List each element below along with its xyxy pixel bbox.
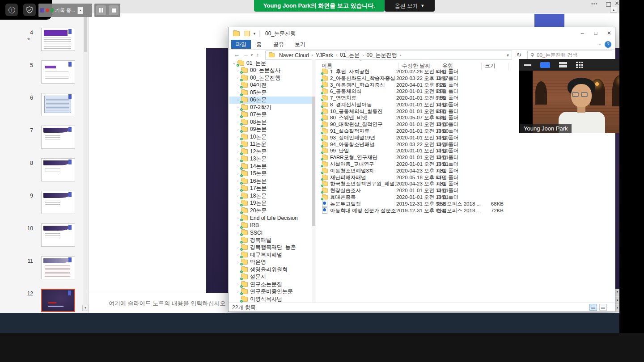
up-icon[interactable]: ↑ [256,51,259,58]
tree-item[interactable]: ›✓IRB [229,222,312,229]
ribbon-expand-icon[interactable]: ⌄ [598,41,602,46]
tree-item[interactable]: ›✓SSCI [229,229,312,237]
thumbnail-scrollbar[interactable] [83,14,88,305]
help-icon[interactable]: ? [605,41,611,48]
details-view-icon[interactable] [589,304,597,311]
file-row[interactable]: ✓현장실습조사2020-01-01 오전 10:01파일 폴더 [316,187,614,194]
tree-scrollbar-thumb[interactable] [312,97,315,226]
tree-item[interactable]: ›✓대구복지패널 [229,251,312,259]
tab-share[interactable]: 공유 [273,41,284,48]
tree-item[interactable]: ✓생명윤리위원회 [229,266,312,274]
slide-thumbnail[interactable] [41,93,75,116]
ribbon-collapse-icon[interactable]: ▲ [610,7,617,13]
tree-item[interactable]: ›✓14논문 [229,163,312,170]
file-row[interactable]: ✓휴대폰중독2020-01-01 오전 10:01파일 폴더 [316,194,614,201]
active-speaker-view-icon[interactable] [540,62,550,68]
tab-home[interactable]: 홈 [256,41,262,48]
tree-item[interactable]: ›✓06논문 [229,97,312,104]
tree-item[interactable]: ›✓20논문 [229,207,312,215]
close-icon[interactable]: ✕ [614,0,619,7]
slide-thumbnail[interactable] [41,256,75,279]
tree-item[interactable]: ›✓17논문 [229,185,312,193]
stop-recording-icon[interactable] [109,5,119,15]
file-row[interactable]: ✓93_장애인패널19년2020-01-01 오전 10:00파일 폴더 [316,135,614,141]
forward-icon[interactable]: → [243,51,249,58]
tree-item[interactable]: ›✓07논문 [229,111,312,119]
tree-item[interactable]: ›✓08논문 [229,118,312,126]
recent-dropdown-icon[interactable]: ▼ [250,53,254,57]
tree-item[interactable]: ›✓05논문 [229,89,312,97]
address-field[interactable]: Naver Cloud›YJPark›01_논문›00_논문진행› ▼ [265,51,512,60]
strip-view-icon[interactable] [559,62,567,68]
explorer-titlebar[interactable]: ▼ | 00_논문진행 [229,27,615,40]
slide-thumbnail[interactable] [41,191,75,214]
tree-item[interactable]: ›✓End of Life Decision [229,215,312,222]
quick-access-icon[interactable] [245,31,250,36]
maximize-icon[interactable]: □ [592,30,600,36]
tree-item[interactable]: ›✓18논문 [229,192,312,200]
tree-item[interactable]: ›✓09논문 [229,126,312,134]
tree-item[interactable]: ›✓10논문 [229,133,312,141]
tree-item[interactable]: ›✓00_논문진행 [229,74,312,82]
tree-item[interactable]: ✓경북패널 [229,236,312,244]
breadcrumb-segment[interactable]: YJPark [316,52,333,59]
slide-thumbnail[interactable] [41,158,75,181]
tree-item[interactable]: ✓이영식목사님 [229,295,312,303]
refresh-icon[interactable]: ↻ [517,51,521,58]
close-window-icon[interactable]: ✕ [605,30,613,36]
tab-file[interactable]: 파일 [231,40,251,49]
large-icons-view-icon[interactable] [599,304,607,311]
pause-recording-icon[interactable] [96,5,106,15]
breadcrumb-segment[interactable]: 00_논문진행 [366,51,397,59]
minimize-video-icon[interactable] [524,64,531,66]
slide-thumbnail[interactable] [41,28,75,51]
back-icon[interactable]: ← [234,51,240,58]
tree-item[interactable]: ›✓07-2학기 [229,104,312,111]
meeting-info-icon[interactable]: i [5,4,18,16]
breadcrumb-segment[interactable]: 01_논문 [340,51,360,59]
quick-access-dropdown-icon[interactable]: ▼ [253,32,256,36]
thumbnail-scroll-down-icon[interactable]: ▼ [82,305,89,311]
address-dropdown-icon[interactable]: ▼ [506,53,510,58]
slide-thumbnail[interactable] [41,223,75,247]
search-input[interactable]: ⚲ 00_논문진행 검색 [527,51,612,60]
tree-item[interactable]: ›✓11논문 [229,141,312,148]
file-row[interactable]: ✓재난피해자패널2020-05-18 오후 8:07파일 폴더 [316,174,614,181]
breadcrumb-segment[interactable]: Naver Cloud [279,52,309,59]
tree-item[interactable]: ✓설문지 [229,274,312,281]
slide-thumbnail[interactable] [41,60,75,84]
tree-item[interactable]: ⌄✓01_논문 [229,59,312,67]
file-row[interactable]: ✓94_아동청소년패널2020-03-22 오전 10:38파일 폴더 [316,141,614,148]
restore-window-icon[interactable] [606,2,611,7]
tree-item[interactable]: ›✓박은영 [229,259,312,266]
file-row[interactable]: ✓99_난일2020-01-01 오전 10:00파일 폴더 [316,148,614,155]
tree-item[interactable]: ›✓16논문 [229,177,312,185]
notes-placeholder[interactable]: 여기에 슬라이드 노트의 내용을 입력하십시오 [109,299,225,307]
tree-item[interactable]: ›✓연구준비중인논문 [229,288,312,296]
collapse-arrow-icon[interactable]: ▲ [77,7,83,14]
gallery-view-icon[interactable] [576,62,583,68]
slide-thumbnail[interactable] [41,289,75,312]
more-options-icon[interactable]: ••• [591,1,598,6]
view-options-button[interactable]: 옵션 보기 ▼ [385,0,435,12]
tree-item[interactable]: ›✓12논문 [229,148,312,156]
file-row[interactable]: 논문투고일정2019-12-31 오후 9:58한컴오피스 2018 ...68… [316,201,614,207]
tree-item[interactable]: ›✓04이전 [229,82,312,89]
file-row[interactable]: ✓FARR모형_연구재단2020-01-01 오전 10:01파일 폴더 [316,154,614,161]
encryption-shield-icon[interactable] [23,4,36,16]
tab-view[interactable]: 보기 [295,41,305,48]
slide-thumbnail[interactable] [41,126,75,149]
file-row[interactable]: ✓아동청소년패널3차2020-04-23 오후 7:31파일 폴더 [316,168,614,174]
tree-item[interactable]: ›✓13논문 [229,156,312,163]
thumbnail-scrollbar-thumb[interactable] [84,16,87,52]
minimize-icon[interactable]: – [578,30,586,36]
tree-item[interactable]: ›✓19논문 [229,200,312,207]
file-row[interactable]: ✓시설아동_교내연구2020-01-01 오전 10:01파일 폴더 [316,161,614,168]
tree-item[interactable]: ›✓경북행복재단_농촌 [229,244,312,252]
file-row[interactable]: ✓한국청소년정책연구원_패널조사2020-04-23 오후 7:31파일 폴더 [316,181,614,188]
file-row[interactable]: 아동학대 예방 전문가 설문조사 설문지2019-12-31 오후 9:58한컴… [316,207,614,214]
tree-item[interactable]: ›✓15논문 [229,170,312,178]
tree-item[interactable]: ›✓연구소논문집 [229,281,312,288]
breadcrumb[interactable]: Naver Cloud›YJPark›01_논문›00_논문진행› [279,51,401,59]
tree-item[interactable]: ›✓00_논문심사 [229,67,312,75]
